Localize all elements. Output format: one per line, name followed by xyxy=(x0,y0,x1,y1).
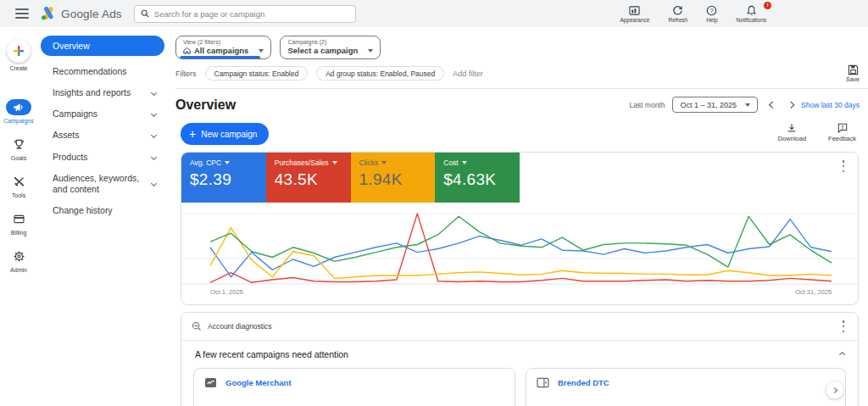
overview-chart-card: Avg. CPC $2.39 Purchases/Sales 43.5K Cli… xyxy=(181,152,859,305)
performance-line-chart[interactable]: Oct 1, 2025Oct 31, 2025 xyxy=(181,203,858,301)
diagnostics-more-options-button[interactable] xyxy=(839,320,848,333)
save-icon xyxy=(848,64,859,75)
nav-item-audiences-keywords-content[interactable]: Audiences, keywords, and content xyxy=(41,168,164,200)
add-filter-button[interactable]: Add filter xyxy=(453,70,483,78)
hamburger-menu-icon[interactable] xyxy=(15,8,29,19)
metric-label: Cost xyxy=(443,159,458,167)
diagnostics-alert-row[interactable]: A few recent campaigns need attention xyxy=(181,341,858,366)
save-button[interactable]: Save xyxy=(846,64,860,82)
chart-more-options-button[interactable] xyxy=(839,159,848,173)
feedback-button[interactable]: Feedback xyxy=(828,123,856,142)
search-input[interactable] xyxy=(154,9,349,19)
rail-label-billing: Billing xyxy=(11,230,27,236)
svg-text:Oct 1, 2025: Oct 1, 2025 xyxy=(210,288,243,296)
help-button[interactable]: ? Help xyxy=(706,5,717,23)
notifications-button[interactable]: ! Notifications xyxy=(737,5,766,23)
metric-label: Purchases/Sales xyxy=(275,159,329,167)
rail-item-create[interactable]: Create xyxy=(7,39,31,71)
rail-item-campaigns[interactable]: Campaigns xyxy=(3,99,33,124)
chevron-down-icon xyxy=(151,90,157,96)
nav-item-products[interactable]: Products xyxy=(41,147,164,168)
home-icon xyxy=(183,47,191,54)
rail-item-billing[interactable]: Billing xyxy=(6,211,31,236)
global-search[interactable] xyxy=(134,5,356,23)
view-filter-value: All campaigns xyxy=(194,46,248,55)
next-range-button[interactable] xyxy=(783,100,793,110)
metric-card-avg-cpc[interactable]: Avg. CPC $2.39 xyxy=(181,153,266,203)
metric-value: $4.63K xyxy=(443,170,511,189)
nav-item-insights-and-reports[interactable]: Insights and reports xyxy=(41,82,164,103)
nav-item-overview[interactable]: Overview xyxy=(41,36,164,56)
plus-icon: + xyxy=(189,128,196,140)
video-campaign-icon xyxy=(537,377,549,388)
rail-item-tools[interactable]: Tools xyxy=(6,174,31,198)
nav-item-campaigns[interactable]: Campaigns xyxy=(41,103,164,125)
filter-chip-ad-group-status[interactable]: Ad group status: Enabled, Paused xyxy=(316,66,444,81)
chevron-down-icon xyxy=(151,111,157,117)
dropdown-caret-icon xyxy=(259,49,264,53)
nav-item-recommendations[interactable]: Recommendations xyxy=(41,61,164,82)
topbar-actions: Appearance Refresh ? Help xyxy=(620,5,766,23)
account-diagnostics-card: Account diagnostics A few recent campaig… xyxy=(181,312,859,406)
notifications-label: Notifications xyxy=(737,17,766,23)
metric-card-cost[interactable]: Cost $4.63K xyxy=(435,153,520,203)
chevron-down-icon xyxy=(151,181,157,186)
chevron-right-icon xyxy=(831,387,837,392)
metric-card-purchases-sales[interactable]: Purchases/Sales 43.5K xyxy=(266,153,351,203)
refresh-button[interactable]: Refresh xyxy=(668,5,687,23)
view-filter-dropdown[interactable]: View (2 filters) All campaigns xyxy=(175,36,271,59)
divider xyxy=(175,88,868,89)
date-range-dropdown[interactable]: Oct 1 – 31, 2025 xyxy=(672,97,758,113)
show-last-30-days-link[interactable]: Show last 30 days xyxy=(801,101,860,109)
goals-trophy-icon xyxy=(14,139,25,150)
diagnostics-icon xyxy=(192,321,202,331)
dropdown-caret-icon xyxy=(462,161,467,164)
campaign-select-dropdown[interactable]: Campaigns (2) Select a campaign xyxy=(280,36,381,59)
date-range-value: Oct 1 – 31, 2025 xyxy=(680,101,737,109)
rail-item-goals[interactable]: Goals xyxy=(6,136,31,161)
filter-chip-campaign-status[interactable]: Campaign status: Enabled xyxy=(205,66,309,81)
rail-label-tools: Tools xyxy=(12,192,25,198)
nav-item-change-history[interactable]: Change history xyxy=(41,200,164,221)
download-icon xyxy=(787,123,797,133)
new-campaign-label: New campaign xyxy=(201,130,257,139)
dropdown-caret-icon xyxy=(368,49,373,53)
carousel-next-button[interactable] xyxy=(826,381,844,399)
brand-name: Google Ads xyxy=(61,8,122,20)
campaign-select-value: Select a campaign xyxy=(287,46,358,55)
download-button[interactable]: Download xyxy=(778,123,806,142)
campaign-card-google-merchant[interactable]: Google Merchant xyxy=(193,368,515,406)
dropdown-caret-icon xyxy=(381,161,387,164)
new-campaign-button[interactable]: + New campaign xyxy=(181,123,269,145)
google-ads-app: Google Ads Appearance xyxy=(0,0,868,406)
campaign-link-google-merchant[interactable]: Google Merchant xyxy=(225,378,292,387)
appearance-label: Appearance xyxy=(620,17,649,23)
search-icon xyxy=(141,9,149,18)
svg-text:?: ? xyxy=(710,7,714,14)
feedback-label: Feedback xyxy=(828,135,856,142)
appearance-button[interactable]: Appearance xyxy=(620,5,649,23)
campaign-card-branded-dtc[interactable]: Brended DTC xyxy=(526,368,846,406)
notification-badge: ! xyxy=(764,2,771,9)
nav-item-assets[interactable]: Assets xyxy=(41,125,164,146)
previous-range-button[interactable] xyxy=(765,100,776,110)
metric-cards: Avg. CPC $2.39 Purchases/Sales 43.5K Cli… xyxy=(181,153,520,203)
rail-item-admin[interactable]: Admin xyxy=(6,248,31,273)
refresh-icon xyxy=(672,5,683,16)
campaigns-megaphone-icon xyxy=(13,103,25,112)
metric-value: $2.39 xyxy=(190,170,258,189)
create-plus-icon xyxy=(13,45,25,57)
google-ads-logo[interactable]: Google Ads xyxy=(41,7,122,20)
dropdown-caret-icon xyxy=(225,161,230,164)
filters-label: Filters xyxy=(175,70,197,78)
rail-label-admin: Admin xyxy=(10,267,27,273)
tools-wrench-icon xyxy=(14,176,25,187)
campaign-link-branded-dtc[interactable]: Brended DTC xyxy=(558,378,609,387)
main-content: View (2 filters) All campaigns Campaigns… xyxy=(170,27,868,406)
metric-card-clicks[interactable]: Clicks 1.94K xyxy=(351,153,436,203)
create-button[interactable] xyxy=(7,39,31,63)
google-ads-logo-icon xyxy=(41,7,56,20)
metric-label: Avg. CPC xyxy=(190,159,221,167)
date-range-preset: Last month xyxy=(629,101,665,109)
help-icon: ? xyxy=(706,5,717,16)
